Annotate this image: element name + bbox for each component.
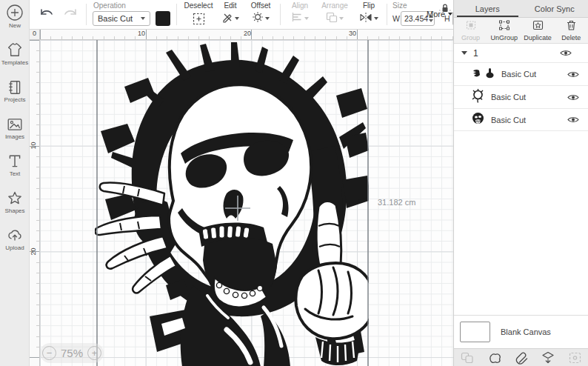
sidebar-item-label: Templates bbox=[1, 60, 28, 66]
skull-thumb-icon bbox=[472, 112, 484, 128]
undo-button[interactable] bbox=[39, 7, 55, 24]
sidebar-item-upload[interactable]: Upload bbox=[0, 221, 30, 258]
redo-button[interactable] bbox=[62, 7, 78, 24]
contour-icon[interactable] bbox=[569, 352, 581, 364]
duplicate-button[interactable]: Duplicate bbox=[521, 18, 555, 43]
design-app-window: New Templates Projects Images Text bbox=[0, 0, 588, 366]
tab-layers[interactable]: Layers bbox=[454, 0, 521, 17]
operation-select-value: Basic Cut bbox=[98, 14, 141, 23]
sidebar-item-images[interactable]: Images bbox=[0, 110, 30, 147]
cloud-upload-icon bbox=[7, 227, 23, 244]
ungroup-icon bbox=[498, 20, 510, 33]
ruler-mark-h: 20 bbox=[244, 30, 251, 37]
layer-row-hands[interactable]: Basic Cut bbox=[454, 62, 588, 85]
sidebar-item-templates[interactable]: Templates bbox=[0, 36, 30, 73]
align-lines-icon bbox=[292, 12, 303, 25]
chevron-down-icon bbox=[235, 17, 239, 20]
operation-color-swatch[interactable] bbox=[156, 11, 170, 26]
size-group-title: Size bbox=[392, 2, 407, 10]
chevron-down-icon bbox=[448, 13, 452, 16]
photo-icon bbox=[7, 116, 23, 133]
shirt-icon bbox=[7, 42, 23, 59]
slice-icon[interactable] bbox=[461, 352, 474, 364]
stepper-down-icon bbox=[429, 19, 433, 22]
toolbar-divider bbox=[176, 4, 177, 25]
layer-actions: Group UnGroup Duplicate Delete bbox=[454, 18, 588, 44]
align-button[interactable]: Align bbox=[287, 2, 313, 25]
offset-button[interactable]: Offset bbox=[247, 2, 274, 25]
design-canvas[interactable]: 0 10 20 30 10 20 31.182 cm bbox=[30, 30, 453, 366]
sidebar-item-shapes[interactable]: Shapes bbox=[0, 184, 30, 221]
vertical-ruler bbox=[30, 40, 40, 366]
selection-height-dimension: 31.182 cm bbox=[378, 198, 415, 207]
zoom-control: − 75% + bbox=[40, 343, 104, 363]
sidebar-item-label: Images bbox=[5, 134, 24, 140]
panel-tabs: Layers Color Sync bbox=[454, 0, 588, 18]
layer-row-skull[interactable]: Basic Cut bbox=[454, 108, 588, 131]
layer-row-outline[interactable]: Basic Cut bbox=[454, 85, 588, 108]
edit-button[interactable]: Edit bbox=[219, 2, 241, 25]
sidebar-item-new[interactable]: New bbox=[0, 0, 30, 33]
layers-panel: Layers Color Sync Group UnGroup Duplic bbox=[453, 0, 588, 366]
skull-artwork-svg bbox=[95, 41, 369, 366]
layer-group-name: 1 bbox=[473, 48, 478, 59]
flip-button[interactable]: Flip bbox=[357, 2, 381, 25]
boolean-tools-bar bbox=[454, 348, 588, 366]
more-button[interactable]: More bbox=[427, 10, 452, 19]
toolbar-divider bbox=[387, 4, 387, 25]
sidebar-item-label: New bbox=[9, 23, 21, 29]
width-label: W bbox=[392, 14, 400, 23]
skull-artwork[interactable] bbox=[95, 41, 369, 366]
canvas-color-swatch[interactable] bbox=[460, 322, 490, 342]
hand-thumb-icon bbox=[472, 67, 483, 81]
chevron-down-icon bbox=[265, 17, 270, 20]
letter-t-icon bbox=[7, 153, 23, 170]
chevron-down-icon bbox=[374, 17, 378, 20]
ruler-mark-h: 0 bbox=[33, 30, 36, 37]
flatten-icon[interactable] bbox=[541, 351, 555, 364]
selection-right-edge bbox=[367, 40, 369, 366]
layer-group-row[interactable]: 1 bbox=[454, 44, 588, 62]
chevron-down-icon bbox=[339, 17, 344, 20]
star-icon bbox=[7, 190, 23, 207]
trash-icon bbox=[567, 20, 576, 33]
eye-icon[interactable] bbox=[560, 49, 572, 57]
chevron-down-icon[interactable] bbox=[461, 51, 467, 55]
sidebar-item-projects[interactable]: Projects bbox=[0, 73, 30, 110]
ungroup-button[interactable]: UnGroup bbox=[487, 18, 521, 43]
ruler-mark-v: 20 bbox=[30, 244, 37, 259]
eye-icon[interactable] bbox=[567, 93, 579, 102]
zoom-out-button[interactable]: − bbox=[42, 346, 56, 360]
weld-icon[interactable] bbox=[488, 352, 501, 364]
ruler-mark-v: 10 bbox=[30, 139, 37, 153]
ruler-mark-h: 10 bbox=[138, 30, 145, 37]
sidebar-item-text[interactable]: Text bbox=[0, 147, 30, 184]
layer-label: Basic Cut bbox=[491, 93, 526, 102]
ruler-mark-h: 30 bbox=[349, 30, 356, 37]
toolbar-divider bbox=[280, 4, 281, 25]
deselect-button[interactable]: Deselect bbox=[182, 2, 215, 25]
attach-icon[interactable] bbox=[515, 351, 528, 365]
zoom-in-button[interactable]: + bbox=[87, 346, 101, 360]
duplicate-icon bbox=[532, 20, 544, 33]
deselect-icon bbox=[193, 12, 205, 25]
operation-select[interactable]: Basic Cut bbox=[93, 11, 150, 26]
outline-thumb-icon bbox=[472, 89, 484, 106]
chevron-down-icon bbox=[304, 17, 309, 20]
offset-sun-icon bbox=[252, 11, 264, 26]
group-button[interactable]: Group bbox=[454, 18, 487, 43]
tab-color-sync[interactable]: Color Sync bbox=[521, 0, 588, 17]
layer-label: Basic Cut bbox=[501, 70, 536, 79]
blank-canvas-label: Blank Canvas bbox=[501, 327, 551, 336]
layer-label: Basic Cut bbox=[491, 116, 526, 124]
plus-circle-icon bbox=[6, 4, 24, 21]
delete-button[interactable]: Delete bbox=[555, 18, 588, 43]
eye-icon[interactable] bbox=[567, 116, 579, 124]
eye-icon[interactable] bbox=[567, 70, 579, 79]
notebook-icon bbox=[7, 79, 23, 96]
arrange-button[interactable]: Arrange bbox=[318, 2, 351, 25]
edit-tools-icon bbox=[221, 11, 233, 26]
group-icon bbox=[465, 20, 477, 33]
blank-canvas-row: Blank Canvas bbox=[454, 315, 588, 348]
selection-left-edge bbox=[96, 40, 98, 366]
